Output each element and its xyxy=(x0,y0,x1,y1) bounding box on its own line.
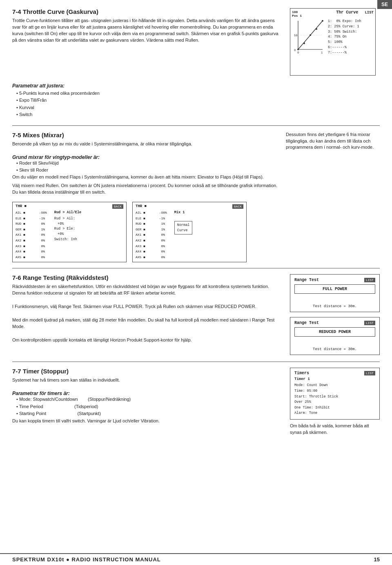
grund-title: Grund mixrar för vingtyp-modeller är: xyxy=(12,154,278,160)
section-76-body1: Räckviddstesten är en säkerhetsfunktion.… xyxy=(12,284,282,297)
list-item: Switch xyxy=(16,112,380,118)
timer-subtitle: Timer 1 xyxy=(294,377,375,381)
range-figures: Range Test LIST FULL POWER Test distance… xyxy=(290,274,380,355)
mix-detail-2: Mix 1 NormalCurve xyxy=(174,210,193,260)
mix2-body: AIL ■ -98% ELE ■ -1% RUD ■ 1% GER ■ 1% A… xyxy=(136,210,243,260)
svg-text:50: 50 xyxy=(294,34,297,37)
section-74: 7-4 Throttle Curve (Gaskurva) Trottle Cu… xyxy=(12,8,380,76)
list-item: 5-Punkts kurva med olika procentvärden xyxy=(16,90,380,96)
mix-detail-1: Rud > Ail/Ele Rud > Ail: +0% Rud > Ele: … xyxy=(54,210,81,260)
section-77-body3: Om båda två är valda, kommer båda att sy… xyxy=(290,423,380,436)
thr-curve-chart-svg: 0 50 0 1 xyxy=(292,19,325,56)
mix2-header-left: THR ■ xyxy=(136,204,147,209)
page-footer: SPEKTRUM DX10t ● RADIO INSTRUCTION MANUA… xyxy=(0,553,392,565)
params-title: Parametrar att justera: xyxy=(12,83,380,89)
section-75-left: 7-5 Mixes (Mixrar) Beroende på vilken ty… xyxy=(12,132,278,198)
timer-params-title: Parametrar för timers är: xyxy=(12,391,282,396)
section-75: 7-5 Mixes (Mixrar) Beroende på vilken ty… xyxy=(12,132,380,263)
channel-rows-1: AIL ■ -98% ELE ■ -1% RUD ■ 0% GER ■ 1% A… xyxy=(16,210,47,260)
section-75-right: Dessutom finns det ytterligare 6 fria mi… xyxy=(286,132,380,198)
timer-list-badge: LIST xyxy=(364,371,375,375)
range-power-1: FULL POWER xyxy=(294,284,375,294)
thr-curve-screen: 100 Pos 1 Thr Curve LIST xyxy=(290,8,376,76)
mix-screen-2: THR ■ BACK AIL ■ -98% ELE ■ -1% RUD ■ 1%… xyxy=(132,202,247,262)
back-badge-2: BACK xyxy=(232,204,243,209)
se-badge: SE xyxy=(377,0,392,9)
svg-point-4 xyxy=(303,42,305,44)
range-screen-1: Range Test LIST FULL POWER Test distance… xyxy=(290,274,380,312)
back-badge-1: BACK xyxy=(112,204,123,209)
section-75-body3: Om du väljer en modell med Flaps i Syste… xyxy=(12,174,278,181)
thr-curve-title: Thr Curve xyxy=(336,10,358,15)
range-distance-2: Test distance = 30m. xyxy=(294,347,375,351)
section-75-title: 7-5 Mixes (Mixrar) xyxy=(12,132,278,138)
mix-screen-1: THR ■ BACK AIL ■ -98% ELE ■ -1% RUD ■ 0%… xyxy=(12,202,127,262)
timer-screen-title: Timers xyxy=(294,371,309,375)
svg-text:1: 1 xyxy=(321,51,323,54)
section-77-title: 7-7 Timer (Stoppur) xyxy=(12,368,282,375)
section-76-title: 7-6 Range Testing (Räkviddstest) xyxy=(12,274,282,281)
channel-rows-2: AIL ■ -98% ELE ■ -1% RUD ■ 1% GER ■ 1% A… xyxy=(136,210,167,260)
timer-param-3: Starting Point (Startpunkt) xyxy=(16,411,282,417)
timer-screen: Timers LIST Timer 1 Mode: Count Down Tim… xyxy=(290,368,380,420)
section-77-screen-wrap: Timers LIST Timer 1 Mode: Count Down Tim… xyxy=(290,368,380,438)
range-list-badge-1: LIST xyxy=(364,278,375,282)
list-item: Roder till Skev/Höjd xyxy=(16,160,278,166)
range-list-badge-2: LIST xyxy=(364,321,375,325)
section-76-body2: I Funktionsmenyn, välj Range Test. Skärm… xyxy=(12,304,282,310)
svg-point-7 xyxy=(322,20,323,22)
mix1-header-left: THR ■ xyxy=(16,204,27,209)
section-76-body3: Med din modell tjudrad på marken, ställ … xyxy=(12,317,282,330)
range-power-2: REDUCED POWER xyxy=(294,327,375,337)
svg-text:0: 0 xyxy=(294,49,296,52)
range-screen2-title: Range Test xyxy=(294,321,319,325)
section-77-text: 7-7 Timer (Stoppur) Systemet har två tim… xyxy=(12,368,282,438)
timer-param-1: Mode: Stopwatch/Countdown (Stoppur/Nedrä… xyxy=(16,396,282,402)
footer-page: 15 xyxy=(374,556,380,563)
range-screen-2: Range Test LIST REDUCED POWER Test dista… xyxy=(290,317,380,355)
timer-lines: Mode: Count Down Time: 05:00 Start: Thro… xyxy=(294,383,375,416)
section-77: 7-7 Timer (Stoppur) Systemet har två tim… xyxy=(12,368,380,438)
section-77-body2: Du kan koppla timern till valfri switch.… xyxy=(12,418,282,424)
svg-point-5 xyxy=(310,34,311,36)
svg-text:0: 0 xyxy=(297,51,299,54)
svg-point-6 xyxy=(316,28,317,30)
list-item: Kurvval xyxy=(16,105,380,111)
params-list: 5-Punkts kurva med olika procentvärden E… xyxy=(12,90,380,118)
section-76: 7-6 Range Testing (Räkviddstest) Räckvid… xyxy=(12,274,380,355)
list-badge: LIST xyxy=(365,11,374,15)
section-76-body4: Om kontrollproblem uppstår kontakta ett … xyxy=(12,337,282,344)
range-distance-1: Test distance = 30m. xyxy=(294,304,375,308)
section-74-params: Parametrar att justera: 5-Punkts kurva m… xyxy=(12,83,380,118)
thr-curve-pos: 100 Pos 1 xyxy=(292,10,302,18)
thr-curve-data: 1: 0% Expo: Inh 2: 25% Curve: 1 3: 50% S… xyxy=(328,19,361,56)
section-75-body4: Välj mixern med Rullen. Om switchen är O… xyxy=(12,183,278,196)
timer-params-list: Mode: Stopwatch/Countdown (Stoppur/Nedrä… xyxy=(12,396,282,417)
range-screen1-title: Range Test xyxy=(294,278,319,282)
svg-point-3 xyxy=(297,49,299,50)
mix1-body: AIL ■ -98% ELE ■ -1% RUD ■ 0% GER ■ 1% A… xyxy=(16,210,123,260)
section-76-text: 7-6 Range Testing (Räkviddstest) Räckvid… xyxy=(12,274,282,355)
section-74-body: Trottle Curve-funktionen tillåter att ga… xyxy=(12,18,282,44)
section-74-title: 7-4 Throttle Curve (Gaskurva) xyxy=(12,8,282,15)
section-75-body1: Beroende på vilken typ av mix du valde i… xyxy=(12,141,278,147)
section-74-text: 7-4 Throttle Curve (Gaskurva) Trottle Cu… xyxy=(12,8,282,76)
section-77-body1: Systemet har två timers som kan ställas … xyxy=(12,377,282,384)
list-item: Skev till Roder xyxy=(16,167,278,173)
footer-logo: SPEKTRUM DX10t ● RADIO INSTRUCTION MANUA… xyxy=(12,556,161,563)
thr-curve-figure: 100 Pos 1 Thr Curve LIST xyxy=(290,8,380,76)
mix-screens-row: THR ■ BACK AIL ■ -98% ELE ■ -1% RUD ■ 0%… xyxy=(12,202,380,262)
section-75-body2: Dessutom finns det ytterligare 6 fria mi… xyxy=(286,132,380,151)
list-item: Expo Till/Från xyxy=(16,97,380,103)
grund-list: Roder till Skev/Höjd Skev till Roder xyxy=(12,160,278,174)
timer-param-2: Time Period (Tidsperiod) xyxy=(16,404,282,410)
